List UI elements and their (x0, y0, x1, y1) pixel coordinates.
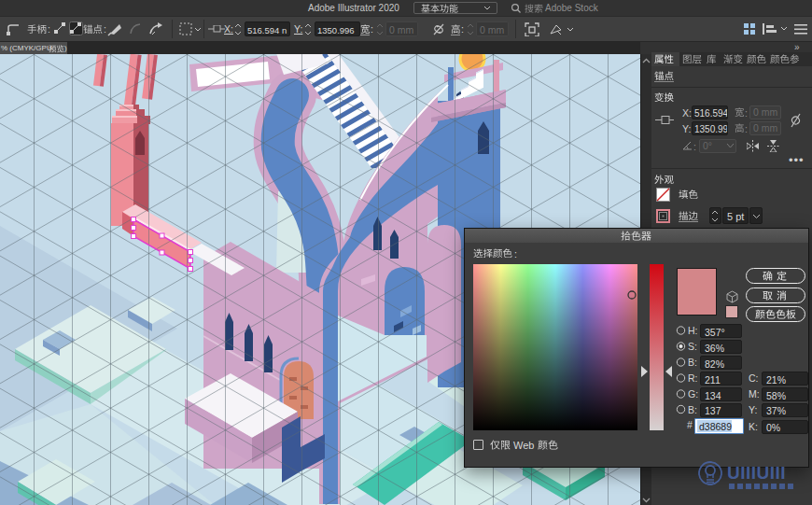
svg-text:UIIIUIII: UIIIUIII (727, 463, 786, 483)
